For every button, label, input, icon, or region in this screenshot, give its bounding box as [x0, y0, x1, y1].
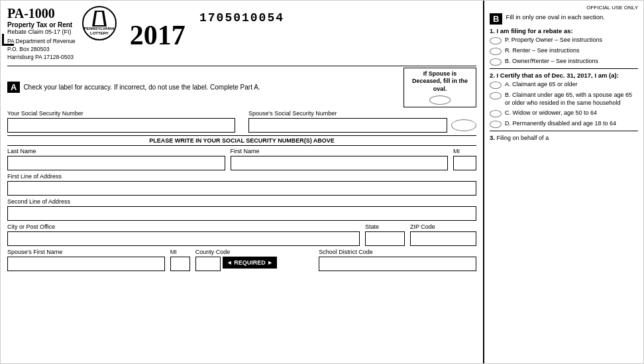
form-subtitle: Property Tax or Rent — [7, 21, 76, 29]
ssn-notice: PLEASE WRITE IN YOUR SOCIAL SECURITY NUM… — [7, 135, 476, 146]
school-label: School District Code — [319, 249, 476, 255]
section-a-row: A Check your label for accuracy. If inco… — [7, 66, 476, 107]
state-field: State — [365, 223, 405, 246]
option-a-text: A. Claimant age 65 or older — [505, 81, 578, 89]
option-b-row: B. Owner/Renter – See instructions — [490, 58, 638, 66]
form-subtitle2: Rebate Claim 05-17 (FI) — [7, 29, 76, 35]
zip-input[interactable] — [410, 231, 476, 246]
section-a-instruction: Check your label for accuracy. If incorr… — [23, 84, 397, 91]
q3-text: Filing on behalf of a — [497, 135, 549, 141]
option-p-oval[interactable] — [490, 37, 502, 44]
mi2-input[interactable] — [170, 257, 190, 271]
form-year: 2017 — [130, 19, 186, 51]
your-ssn-label: Your Social Security Number — [7, 110, 235, 117]
option-p-row: P. Property Owner – See instructions — [490, 36, 638, 44]
mi2-label: MI — [170, 249, 190, 255]
option-a-row: A. Claimant age 65 or older — [490, 81, 638, 89]
city-row: City or Post Office State ZIP Code — [7, 223, 476, 246]
addr1-label: First Line of Address — [7, 173, 476, 180]
spouse-first-label: Spouse's First Name — [7, 249, 165, 255]
form-number: PA-1000 — [7, 6, 76, 21]
your-ssn-input[interactable] — [7, 118, 235, 133]
addr2-row: Second Line of Address — [7, 198, 476, 221]
option-c-text: C. Widow or widower, age 50 to 64 — [505, 109, 597, 117]
city-input[interactable] — [7, 231, 360, 246]
spouse-ssn-field: Spouse's Social Security Number — [248, 110, 476, 133]
mi-field: MI — [453, 148, 476, 170]
county-label: County Code — [195, 249, 313, 255]
section-b-header: B Fill in only one oval in each section. — [490, 13, 638, 25]
addr1-input[interactable] — [7, 181, 476, 196]
spouse-first-input[interactable] — [7, 257, 165, 271]
option-d-row: D. Permanently disabled and age 18 to 64 — [490, 120, 638, 128]
option-b2-oval[interactable] — [490, 92, 502, 99]
bottom-row: Spouse's First Name MI County Code ◄ REQ… — [7, 249, 476, 271]
first-name-input[interactable] — [231, 156, 449, 170]
option-b2-row: B. Claimant under age 65, with a spouse … — [490, 91, 638, 107]
option-c-row: C. Widow or widower, age 50 to 64 — [490, 109, 638, 117]
q1-label: 1. I am filing for a rebate as: — [490, 27, 638, 34]
option-r-row: R. Renter – See instructions — [490, 47, 638, 55]
dept-line1: PA Department of Revenue — [7, 38, 76, 46]
last-name-input[interactable] — [7, 156, 225, 170]
addr2-input[interactable] — [7, 206, 476, 221]
q2-label: 2. I Certify that as of Dec. 31, 2017, I… — [490, 72, 638, 79]
option-b2-text: B. Claimant under age 65, with a spouse … — [505, 91, 638, 107]
city-field: City or Post Office — [7, 223, 360, 246]
section-a-badge: A — [7, 82, 20, 93]
spouse-first-field: Spouse's First Name — [7, 249, 165, 271]
first-name-label: First Name — [231, 148, 449, 154]
ssn-row: Your Social Security Number Spouse's Soc… — [7, 110, 476, 133]
mi-label: MI — [453, 148, 476, 154]
option-c-oval[interactable] — [490, 110, 502, 117]
mi-input[interactable] — [453, 156, 476, 170]
state-label: State — [365, 223, 405, 230]
spouse-deceased-text: If Spouse is Deceased, fill in the oval. — [412, 70, 468, 92]
dept-line2: P.O. Box 280503 — [7, 46, 76, 54]
section-divider-2 — [490, 131, 638, 131]
lottery-logo: PENNSYLVANIA LOTTERY — [82, 6, 117, 40]
option-b-oval[interactable] — [490, 58, 502, 66]
dept-line3: Harrisburg PA 17128-0503 — [7, 54, 76, 62]
last-name-label: Last Name — [7, 148, 225, 154]
option-r-oval[interactable] — [490, 48, 502, 55]
option-r-text: R. Renter – See instructions — [505, 47, 580, 55]
section-b-title: Fill in only one oval in each section. — [506, 13, 604, 21]
county-field: County Code ◄ REQUIRED ► — [195, 249, 313, 271]
mi2-field: MI — [170, 249, 190, 271]
lottery-text: PENNSYLVANIA — [84, 27, 115, 31]
name-row: Last Name First Name MI — [7, 148, 476, 170]
school-input[interactable] — [319, 257, 476, 271]
lottery-text2: LOTTERY — [90, 31, 109, 36]
section-divider — [490, 68, 638, 69]
spouse-deceased-oval[interactable] — [429, 95, 451, 105]
form-header: PA-1000 Property Tax or Rent Rebate Clai… — [7, 6, 476, 62]
state-input[interactable] — [365, 231, 405, 246]
county-input1[interactable] — [195, 257, 221, 271]
spouse-ssn-label: Spouse's Social Security Number — [248, 110, 476, 117]
your-ssn-field: Your Social Security Number — [7, 110, 235, 133]
official-use-label: OFFICIAL USE ONLY — [490, 5, 638, 11]
spouse-ssn-input[interactable] — [248, 118, 447, 133]
last-name-field: Last Name — [7, 148, 225, 170]
dept-info: PA Department of Revenue P.O. Box 280503… — [7, 38, 76, 62]
section-b-badge: B — [490, 13, 502, 25]
addr2-label: Second Line of Address — [7, 198, 476, 205]
section-b: OFFICIAL USE ONLY B Fill in only one ova… — [484, 1, 643, 363]
option-d-oval[interactable] — [490, 121, 502, 128]
required-badge: ◄ REQUIRED ► — [223, 257, 277, 269]
school-field: School District Code — [319, 249, 476, 271]
q3-section: 3. Filing on behalf of a — [490, 134, 638, 143]
zip-label: ZIP Code — [410, 223, 476, 230]
option-d-text: D. Permanently disabled and age 18 to 64 — [505, 120, 616, 128]
zip-field: ZIP Code — [410, 223, 476, 246]
option-p-text: P. Property Owner – See instructions — [505, 36, 602, 44]
spouse-ssn-oval[interactable] — [451, 119, 476, 131]
spouse-deceased-box: If Spouse is Deceased, fill in the oval. — [403, 68, 476, 107]
first-name-field: First Name — [231, 148, 449, 170]
q3-label: 3. — [490, 134, 495, 141]
option-a-oval[interactable] — [490, 82, 502, 89]
option-b-text: B. Owner/Renter – See instructions — [505, 58, 598, 66]
keystone-icon — [89, 11, 109, 27]
addr1-row: First Line of Address — [7, 173, 476, 196]
